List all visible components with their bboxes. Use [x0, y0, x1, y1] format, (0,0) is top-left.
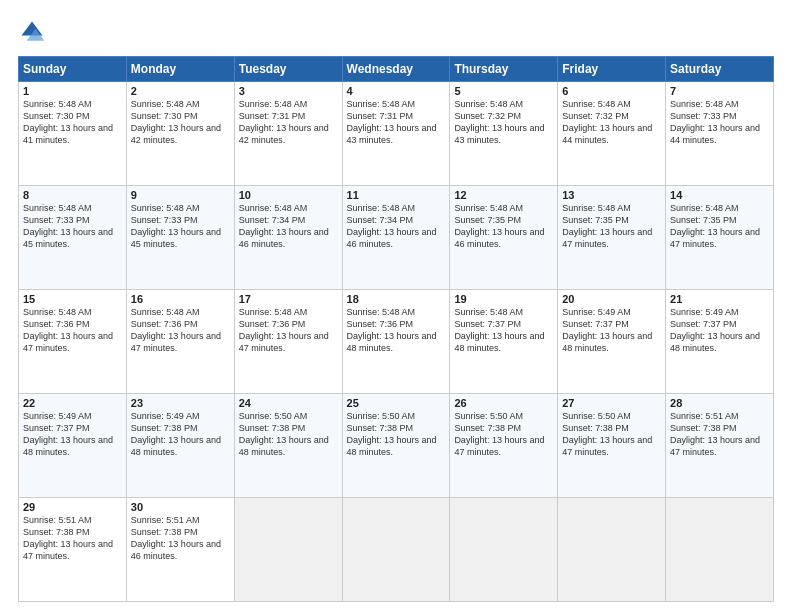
weekday-header: Friday [558, 57, 666, 82]
day-number: 9 [131, 189, 230, 201]
calendar-cell: 17Sunrise: 5:48 AMSunset: 7:36 PMDayligh… [234, 290, 342, 394]
calendar-cell: 27Sunrise: 5:50 AMSunset: 7:38 PMDayligh… [558, 394, 666, 498]
day-number: 23 [131, 397, 230, 409]
day-info: Sunrise: 5:48 AMSunset: 7:30 PMDaylight:… [23, 98, 122, 147]
calendar-table: SundayMondayTuesdayWednesdayThursdayFrid… [18, 56, 774, 602]
day-number: 4 [347, 85, 446, 97]
calendar-cell [234, 498, 342, 602]
weekday-header-row: SundayMondayTuesdayWednesdayThursdayFrid… [19, 57, 774, 82]
calendar-cell: 6Sunrise: 5:48 AMSunset: 7:32 PMDaylight… [558, 82, 666, 186]
day-info: Sunrise: 5:48 AMSunset: 7:36 PMDaylight:… [239, 306, 338, 355]
day-info: Sunrise: 5:50 AMSunset: 7:38 PMDaylight:… [562, 410, 661, 459]
calendar-cell: 30Sunrise: 5:51 AMSunset: 7:38 PMDayligh… [126, 498, 234, 602]
calendar-cell: 28Sunrise: 5:51 AMSunset: 7:38 PMDayligh… [666, 394, 774, 498]
calendar-cell: 9Sunrise: 5:48 AMSunset: 7:33 PMDaylight… [126, 186, 234, 290]
calendar-cell: 5Sunrise: 5:48 AMSunset: 7:32 PMDaylight… [450, 82, 558, 186]
day-number: 7 [670, 85, 769, 97]
day-info: Sunrise: 5:48 AMSunset: 7:36 PMDaylight:… [131, 306, 230, 355]
day-info: Sunrise: 5:48 AMSunset: 7:30 PMDaylight:… [131, 98, 230, 147]
calendar-cell: 18Sunrise: 5:48 AMSunset: 7:36 PMDayligh… [342, 290, 450, 394]
day-number: 22 [23, 397, 122, 409]
day-number: 2 [131, 85, 230, 97]
day-info: Sunrise: 5:48 AMSunset: 7:33 PMDaylight:… [131, 202, 230, 251]
day-number: 6 [562, 85, 661, 97]
calendar-cell: 19Sunrise: 5:48 AMSunset: 7:37 PMDayligh… [450, 290, 558, 394]
day-number: 29 [23, 501, 122, 513]
day-number: 13 [562, 189, 661, 201]
day-info: Sunrise: 5:48 AMSunset: 7:37 PMDaylight:… [454, 306, 553, 355]
day-number: 27 [562, 397, 661, 409]
calendar-cell: 14Sunrise: 5:48 AMSunset: 7:35 PMDayligh… [666, 186, 774, 290]
calendar-cell: 11Sunrise: 5:48 AMSunset: 7:34 PMDayligh… [342, 186, 450, 290]
weekday-header: Tuesday [234, 57, 342, 82]
calendar-cell: 3Sunrise: 5:48 AMSunset: 7:31 PMDaylight… [234, 82, 342, 186]
calendar-cell: 13Sunrise: 5:48 AMSunset: 7:35 PMDayligh… [558, 186, 666, 290]
weekday-header: Sunday [19, 57, 127, 82]
calendar-week-row: 29Sunrise: 5:51 AMSunset: 7:38 PMDayligh… [19, 498, 774, 602]
day-info: Sunrise: 5:49 AMSunset: 7:37 PMDaylight:… [23, 410, 122, 459]
day-info: Sunrise: 5:50 AMSunset: 7:38 PMDaylight:… [239, 410, 338, 459]
day-number: 26 [454, 397, 553, 409]
day-number: 16 [131, 293, 230, 305]
calendar-week-row: 8Sunrise: 5:48 AMSunset: 7:33 PMDaylight… [19, 186, 774, 290]
calendar-week-row: 22Sunrise: 5:49 AMSunset: 7:37 PMDayligh… [19, 394, 774, 498]
calendar-cell: 23Sunrise: 5:49 AMSunset: 7:38 PMDayligh… [126, 394, 234, 498]
day-number: 24 [239, 397, 338, 409]
day-info: Sunrise: 5:49 AMSunset: 7:38 PMDaylight:… [131, 410, 230, 459]
calendar-cell: 22Sunrise: 5:49 AMSunset: 7:37 PMDayligh… [19, 394, 127, 498]
calendar-cell [450, 498, 558, 602]
day-info: Sunrise: 5:49 AMSunset: 7:37 PMDaylight:… [562, 306, 661, 355]
calendar-cell [558, 498, 666, 602]
weekday-header: Thursday [450, 57, 558, 82]
calendar-cell: 21Sunrise: 5:49 AMSunset: 7:37 PMDayligh… [666, 290, 774, 394]
day-number: 21 [670, 293, 769, 305]
day-number: 1 [23, 85, 122, 97]
page: SundayMondayTuesdayWednesdayThursdayFrid… [0, 0, 792, 612]
day-info: Sunrise: 5:48 AMSunset: 7:35 PMDaylight:… [670, 202, 769, 251]
calendar-cell: 1Sunrise: 5:48 AMSunset: 7:30 PMDaylight… [19, 82, 127, 186]
day-number: 25 [347, 397, 446, 409]
calendar-cell: 16Sunrise: 5:48 AMSunset: 7:36 PMDayligh… [126, 290, 234, 394]
calendar-cell: 8Sunrise: 5:48 AMSunset: 7:33 PMDaylight… [19, 186, 127, 290]
day-number: 5 [454, 85, 553, 97]
day-info: Sunrise: 5:48 AMSunset: 7:36 PMDaylight:… [23, 306, 122, 355]
day-number: 8 [23, 189, 122, 201]
weekday-header: Monday [126, 57, 234, 82]
weekday-header: Saturday [666, 57, 774, 82]
day-number: 30 [131, 501, 230, 513]
calendar-cell: 2Sunrise: 5:48 AMSunset: 7:30 PMDaylight… [126, 82, 234, 186]
day-info: Sunrise: 5:48 AMSunset: 7:31 PMDaylight:… [239, 98, 338, 147]
day-number: 15 [23, 293, 122, 305]
day-number: 12 [454, 189, 553, 201]
logo [18, 18, 50, 46]
calendar-cell [666, 498, 774, 602]
day-info: Sunrise: 5:48 AMSunset: 7:36 PMDaylight:… [347, 306, 446, 355]
calendar-week-row: 15Sunrise: 5:48 AMSunset: 7:36 PMDayligh… [19, 290, 774, 394]
day-number: 11 [347, 189, 446, 201]
day-info: Sunrise: 5:48 AMSunset: 7:32 PMDaylight:… [562, 98, 661, 147]
header [18, 18, 774, 46]
day-number: 14 [670, 189, 769, 201]
day-number: 28 [670, 397, 769, 409]
calendar-cell: 25Sunrise: 5:50 AMSunset: 7:38 PMDayligh… [342, 394, 450, 498]
calendar-cell: 24Sunrise: 5:50 AMSunset: 7:38 PMDayligh… [234, 394, 342, 498]
day-number: 3 [239, 85, 338, 97]
calendar-cell: 12Sunrise: 5:48 AMSunset: 7:35 PMDayligh… [450, 186, 558, 290]
calendar-week-row: 1Sunrise: 5:48 AMSunset: 7:30 PMDaylight… [19, 82, 774, 186]
day-info: Sunrise: 5:48 AMSunset: 7:33 PMDaylight:… [670, 98, 769, 147]
weekday-header: Wednesday [342, 57, 450, 82]
day-info: Sunrise: 5:48 AMSunset: 7:34 PMDaylight:… [347, 202, 446, 251]
calendar-cell: 20Sunrise: 5:49 AMSunset: 7:37 PMDayligh… [558, 290, 666, 394]
calendar-cell: 7Sunrise: 5:48 AMSunset: 7:33 PMDaylight… [666, 82, 774, 186]
day-number: 17 [239, 293, 338, 305]
logo-icon [18, 18, 46, 46]
day-number: 10 [239, 189, 338, 201]
day-info: Sunrise: 5:50 AMSunset: 7:38 PMDaylight:… [347, 410, 446, 459]
day-info: Sunrise: 5:51 AMSunset: 7:38 PMDaylight:… [23, 514, 122, 563]
day-number: 19 [454, 293, 553, 305]
day-info: Sunrise: 5:50 AMSunset: 7:38 PMDaylight:… [454, 410, 553, 459]
day-info: Sunrise: 5:48 AMSunset: 7:33 PMDaylight:… [23, 202, 122, 251]
calendar-cell: 15Sunrise: 5:48 AMSunset: 7:36 PMDayligh… [19, 290, 127, 394]
calendar-cell [342, 498, 450, 602]
calendar-cell: 29Sunrise: 5:51 AMSunset: 7:38 PMDayligh… [19, 498, 127, 602]
